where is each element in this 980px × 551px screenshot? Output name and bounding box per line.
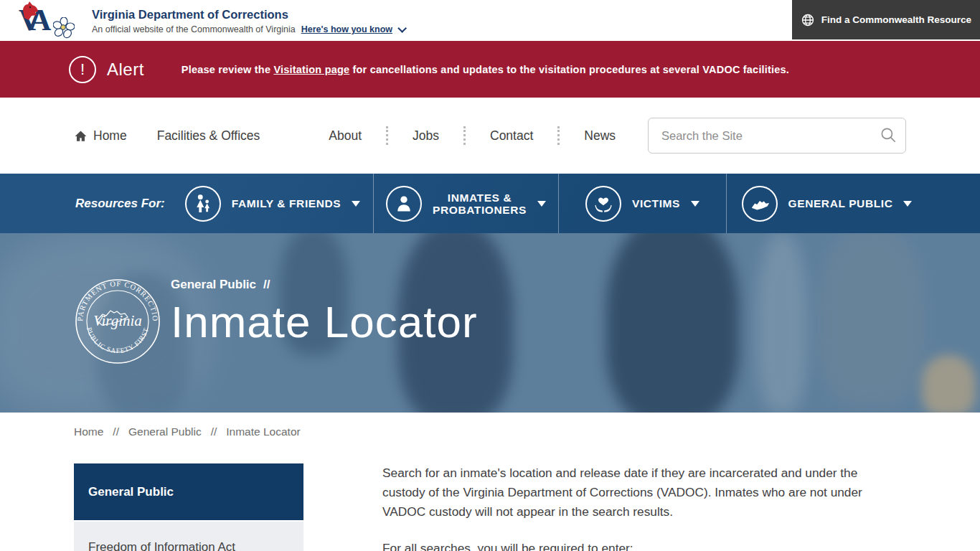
nav-about[interactable]: About bbox=[329, 128, 362, 143]
search-requirements-lead: For all searches, you will be required t… bbox=[382, 539, 900, 551]
sidebar-item-foia[interactable]: Freedom of Information Act bbox=[74, 522, 303, 551]
globe-icon bbox=[801, 13, 815, 27]
alert-label: Alert bbox=[107, 60, 144, 80]
nav-separator bbox=[463, 126, 466, 145]
inmate-icon bbox=[386, 186, 422, 222]
resource-button-label: Find a Commonwealth Resource bbox=[821, 14, 971, 25]
resources-for-label: Resources For: bbox=[0, 174, 172, 233]
find-commonwealth-resource-button[interactable]: Find a Commonwealth Resource bbox=[792, 0, 980, 39]
alert-message-after: for cancellations and updates to the vis… bbox=[349, 64, 789, 75]
vadoc-seal: DEPARTMENT OF CORRECTIONS PUBLIC SAFETY … bbox=[74, 278, 161, 365]
sidebar-item-general-public[interactable]: General Public bbox=[74, 463, 303, 520]
virginia-state-icon bbox=[742, 186, 778, 222]
dogwood-flower-icon bbox=[53, 17, 75, 39]
menu-general-public[interactable]: GENERAL PUBLIC bbox=[726, 174, 927, 233]
breadcrumb-separator: // bbox=[113, 425, 119, 438]
page: VA Virginia Department of Corrections An bbox=[0, 0, 980, 551]
nav-contact[interactable]: Contact bbox=[490, 128, 533, 143]
inmates-line1: INMATES & bbox=[433, 192, 527, 204]
hero-eyebrow: General Public // bbox=[171, 278, 478, 292]
visitation-page-link[interactable]: Visitation page bbox=[273, 64, 349, 75]
hero-eyebrow-separator: // bbox=[263, 278, 270, 292]
menu-inmates-probationers-label: INMATES & PROBATIONERS bbox=[433, 192, 527, 216]
alert-exclamation-icon: ! bbox=[69, 56, 96, 83]
sidebar: General Public Freedom of Information Ac… bbox=[74, 463, 303, 551]
site-title-block: Virginia Department of Corrections An of… bbox=[92, 6, 404, 34]
chevron-down-icon bbox=[537, 201, 546, 207]
menu-general-public-label: GENERAL PUBLIC bbox=[788, 197, 893, 209]
page-title: Inmate Locator bbox=[171, 298, 478, 346]
chevron-down-icon bbox=[397, 24, 407, 33]
site-title: Virginia Department of Corrections bbox=[92, 8, 404, 22]
chevron-down-icon bbox=[903, 201, 912, 207]
main-content: Search for an inmate's location and rele… bbox=[382, 463, 900, 551]
seal-virginia-text: Virginia bbox=[93, 312, 142, 329]
hero-banner: DEPARTMENT OF CORRECTIONS PUBLIC SAFETY … bbox=[0, 233, 980, 413]
chevron-down-icon bbox=[352, 201, 360, 207]
hands-heart-icon bbox=[585, 186, 621, 222]
nav-home-label: Home bbox=[93, 128, 127, 143]
vadoc-logo[interactable]: VA bbox=[13, 1, 79, 40]
menu-victims[interactable]: VICTIMS bbox=[558, 174, 726, 233]
cardinal-icon bbox=[14, 1, 39, 20]
breadcrumb-general-public[interactable]: General Public bbox=[128, 425, 202, 438]
breadcrumb: Home // General Public // Inmate Locator bbox=[74, 425, 980, 438]
menu-family-friends-label: FAMILY & FRIENDS bbox=[232, 197, 341, 209]
search-input[interactable] bbox=[648, 118, 906, 154]
hero-eyebrow-label[interactable]: General Public bbox=[171, 278, 256, 292]
alert-banner: ! Alert Please review the Visitation pag… bbox=[0, 41, 980, 98]
alert-message-before: Please review the bbox=[182, 64, 274, 75]
inmates-line2: PROBATIONERS bbox=[433, 204, 527, 216]
heres-how-you-know-link[interactable]: Here's how you know bbox=[301, 24, 392, 34]
breadcrumb-separator: // bbox=[211, 425, 217, 438]
menu-victims-label: VICTIMS bbox=[632, 197, 680, 209]
breadcrumb-current: Inmate Locator bbox=[226, 425, 300, 438]
nav-jobs[interactable]: Jobs bbox=[413, 128, 439, 143]
menu-inmates-probationers[interactable]: INMATES & PROBATIONERS bbox=[373, 174, 558, 233]
chevron-down-icon bbox=[691, 201, 699, 207]
nav-separator bbox=[386, 126, 388, 145]
nav-news[interactable]: News bbox=[584, 128, 616, 143]
breadcrumb-home[interactable]: Home bbox=[74, 425, 103, 438]
official-website-text: An official website of the Commonwealth … bbox=[92, 24, 296, 34]
menu-family-friends[interactable]: FAMILY & FRIENDS bbox=[172, 174, 373, 233]
nav-home[interactable]: Home bbox=[74, 128, 127, 143]
alert-message: Please review the Visitation page for ca… bbox=[182, 64, 789, 75]
family-icon bbox=[185, 186, 221, 222]
search-icon[interactable] bbox=[879, 126, 897, 144]
top-header: VA Virginia Department of Corrections An bbox=[0, 0, 980, 41]
main-navigation: Home Facilities & Offices About Jobs Con… bbox=[0, 98, 980, 174]
content-area: General Public Freedom of Information Ac… bbox=[74, 463, 906, 551]
nav-facilities-offices[interactable]: Facilities & Offices bbox=[157, 128, 260, 143]
resources-bar: Resources For: FAMILY & FRIENDS bbox=[0, 174, 980, 233]
nav-separator bbox=[557, 126, 560, 145]
home-icon bbox=[74, 129, 88, 143]
site-search bbox=[648, 118, 906, 154]
intro-paragraph: Search for an inmate's location and rele… bbox=[382, 463, 900, 522]
